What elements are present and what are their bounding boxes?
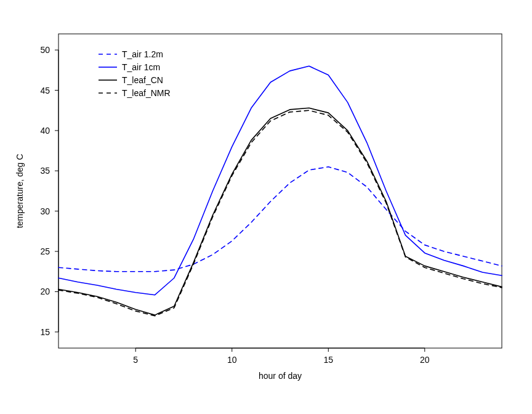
x-tick-label: 10 [227, 355, 237, 365]
legend-label-1: T_air 1cm [122, 62, 160, 72]
x-tick-label: 20 [420, 355, 430, 365]
y-tick-label: 30 [40, 206, 50, 216]
legend-label-0: T_air 1.2m [122, 49, 163, 59]
y-axis-label: temperature, deg C [15, 154, 25, 229]
y-tick-label: 35 [40, 166, 50, 176]
chart-container: 51015201520253035404550hour of daytemper… [0, 0, 532, 414]
series-line-3 [58, 110, 502, 315]
y-tick-label: 25 [40, 246, 50, 256]
x-tick-label: 15 [323, 355, 333, 365]
y-tick-label: 40 [40, 126, 50, 136]
series-line-2 [58, 108, 502, 315]
series-line-1 [58, 66, 502, 294]
series-line-0 [58, 167, 502, 272]
y-tick-label: 50 [40, 45, 50, 55]
y-tick-label: 45 [40, 86, 50, 95]
x-axis-label: hour of day [259, 371, 302, 381]
legend-label-2: T_leaf_CN [122, 75, 163, 85]
line-chart: 51015201520253035404550hour of daytemper… [0, 0, 532, 414]
legend-label-3: T_leaf_NMR [122, 88, 171, 98]
x-tick-label: 5 [133, 355, 138, 365]
y-tick-label: 20 [40, 286, 50, 296]
y-tick-label: 15 [40, 327, 50, 337]
